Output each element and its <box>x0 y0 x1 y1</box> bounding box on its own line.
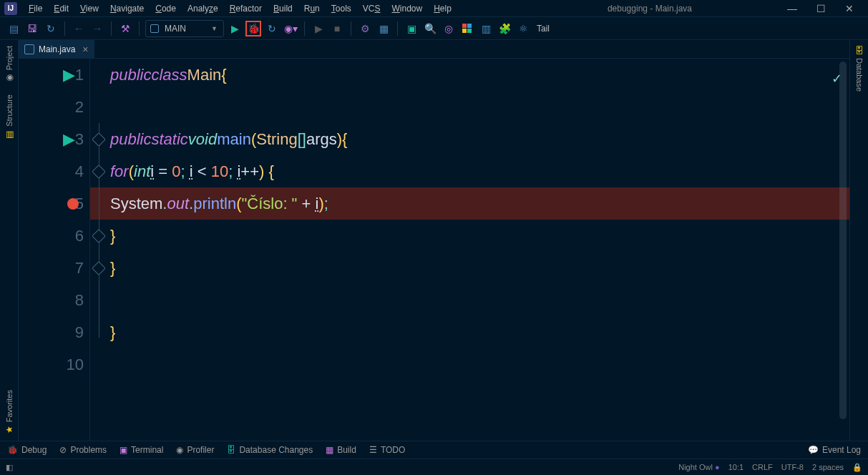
stop-icon[interactable]: ■ <box>329 21 345 36</box>
rail-structure[interactable]: ▤Structure <box>3 89 16 145</box>
menu-window[interactable]: Window <box>386 2 428 15</box>
tab-main-java[interactable]: Main.java × <box>19 40 94 58</box>
status-eol[interactable]: CRLF <box>752 463 773 471</box>
code-line[interactable]: for (int i = 0; i < 10; i++) { <box>90 155 849 187</box>
panel-icon[interactable]: ▥ <box>478 21 494 36</box>
status-position[interactable]: 10:1 <box>728 463 743 471</box>
colors-icon[interactable] <box>459 21 475 36</box>
status-bar: ◧ Night Owl ● 10:1 CRLF UTF-8 2 spaces 🔒 <box>0 459 868 475</box>
refresh-icon[interactable]: ↻ <box>43 21 59 36</box>
attach-icon[interactable]: ▶ <box>311 21 326 36</box>
run-line-icon[interactable]: ▶ <box>63 123 75 155</box>
debug-icon[interactable]: 🐞 <box>245 21 261 36</box>
grid-icon[interactable]: ▦ <box>376 21 391 36</box>
status-theme[interactable]: Night Owl ● <box>678 463 719 471</box>
gutter-line[interactable]: 8 <box>19 284 89 316</box>
menu-file[interactable]: File <box>23 2 48 15</box>
scrollbar[interactable] <box>839 62 848 426</box>
code-line[interactable] <box>90 91 849 123</box>
gutter-line[interactable]: 3▶ <box>19 123 89 155</box>
scrollbar-thumb[interactable] <box>839 62 847 419</box>
coverage-icon[interactable]: ↻ <box>264 21 280 36</box>
rail-favorites[interactable]: ★Favorites <box>3 384 16 441</box>
run-line-icon[interactable]: ▶ <box>63 59 75 91</box>
code-line-breakpoint[interactable]: System.out.println("Číslo: " + i); <box>90 187 849 220</box>
tool-problems[interactable]: ⊘Problems <box>59 445 107 455</box>
status-indent[interactable]: 2 spaces <box>812 463 844 471</box>
run-config-selector[interactable]: MAIN ▼ <box>145 20 224 37</box>
editor-area: Main.java × 1▶ 2 3▶ 4 5 6 7 8 9 10 publi… <box>19 40 849 441</box>
menu-view[interactable]: View <box>74 2 104 15</box>
svg-rect-3 <box>467 29 472 33</box>
build-icon: ▦ <box>326 445 333 455</box>
code-editor[interactable]: 1▶ 2 3▶ 4 5 6 7 8 9 10 public class Main… <box>19 59 849 441</box>
gutter-line[interactable]: 10 <box>19 348 89 381</box>
toolbar: ▤ 🖫 ↻ ← → ⚒ MAIN ▼ ▶ 🐞 ↻ ◉▾ ▶ ■ ⚙ ▦ ▣ 🔍 … <box>0 17 868 40</box>
rail-project[interactable]: ◉Project <box>3 40 16 89</box>
tab-label: Main.java <box>39 44 75 54</box>
menu-vcs[interactable]: VCS <box>357 2 386 15</box>
menu-analyze[interactable]: Analyze <box>182 2 224 15</box>
run-icon[interactable]: ▶ <box>227 21 243 36</box>
puzzle-icon[interactable]: 🧩 <box>497 21 512 36</box>
window-minimize-button[interactable]: — <box>778 3 806 14</box>
rail-database[interactable]: 🗄Database <box>853 40 866 97</box>
menu-refactor[interactable]: Refactor <box>224 2 268 15</box>
tool-event-log[interactable]: 💬Event Log <box>808 445 861 455</box>
status-encoding[interactable]: UTF-8 <box>781 463 804 471</box>
status-corner-icon[interactable]: ◧ <box>6 463 13 472</box>
run-config-icon <box>150 24 159 33</box>
db-icon: 🗄 <box>227 445 235 455</box>
tail-label[interactable]: Tail <box>537 24 550 34</box>
hammer-build-icon[interactable]: ⚒ <box>117 21 133 36</box>
tool-terminal[interactable]: ▣Terminal <box>120 445 163 455</box>
tool-debug[interactable]: 🐞Debug <box>7 445 47 455</box>
tool-build[interactable]: ▦Build <box>326 445 356 455</box>
tool-profiler[interactable]: ◉Profiler <box>176 445 214 455</box>
profiler-icon: ◉ <box>176 445 183 455</box>
breakpoint-icon[interactable] <box>67 198 79 210</box>
menu-help[interactable]: Help <box>428 2 457 15</box>
code-line[interactable]: } <box>90 316 849 348</box>
code-line[interactable] <box>90 284 849 316</box>
gutter-line[interactable]: 7 <box>19 252 89 284</box>
settings-icon[interactable]: ⚙ <box>357 21 373 36</box>
window-close-button[interactable]: ✕ <box>835 3 864 14</box>
tool-db-changes[interactable]: 🗄Database Changes <box>227 445 313 455</box>
code-line[interactable]: } <box>90 220 849 252</box>
lock-icon[interactable]: 🔒 <box>852 463 862 472</box>
code-line[interactable]: } <box>90 252 849 284</box>
gutter-line[interactable]: 5 <box>19 187 89 220</box>
terminal-square-icon[interactable]: ▣ <box>404 21 419 36</box>
menu-navigate[interactable]: Navigate <box>104 2 150 15</box>
open-file-icon[interactable]: ▤ <box>6 21 21 36</box>
code-line[interactable]: public static void main(String[] args) { <box>90 123 849 155</box>
star-icon: ★ <box>4 425 14 435</box>
save-icon[interactable]: 🖫 <box>24 21 40 36</box>
gutter-line[interactable]: 9 <box>19 316 89 348</box>
code-text[interactable]: public class Main { public static void m… <box>90 59 849 441</box>
forward-icon[interactable]: → <box>89 21 105 36</box>
menu-run[interactable]: Run <box>298 2 326 15</box>
window-maximize-button[interactable]: ☐ <box>806 3 835 14</box>
tool-todo[interactable]: ☰TODO <box>369 445 405 455</box>
gutter-line[interactable]: 1▶ <box>19 59 89 91</box>
gutter-line[interactable]: 4 <box>19 155 89 187</box>
java-file-icon <box>24 44 34 54</box>
menubar: IJ File Edit View Navigate Code Analyze … <box>0 0 868 17</box>
menu-tools[interactable]: Tools <box>326 2 357 15</box>
gutter-line[interactable]: 6 <box>19 220 89 252</box>
back-icon[interactable]: ← <box>71 21 87 36</box>
menu-build[interactable]: Build <box>268 2 298 15</box>
code-line[interactable] <box>90 348 849 381</box>
gutter[interactable]: 1▶ 2 3▶ 4 5 6 7 8 9 10 <box>19 59 90 441</box>
search-icon[interactable]: 🔍 <box>422 21 438 36</box>
menu-edit[interactable]: Edit <box>48 2 74 15</box>
tab-close-icon[interactable]: × <box>82 44 88 55</box>
menu-code[interactable]: Code <box>150 2 182 15</box>
atom-icon[interactable]: ⚛ <box>515 21 531 36</box>
gutter-line[interactable]: 2 <box>19 91 89 123</box>
profile-icon[interactable]: ◉▾ <box>283 21 298 36</box>
target-icon[interactable]: ◎ <box>441 21 457 36</box>
code-line[interactable]: public class Main { <box>90 59 849 91</box>
